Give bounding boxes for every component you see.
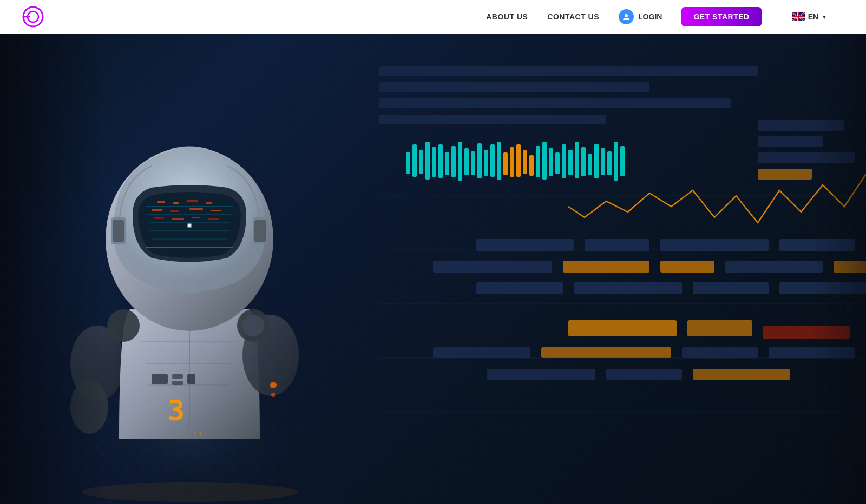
svg-rect-85	[187, 374, 195, 384]
nav-about-us[interactable]: ABOUT US	[486, 12, 528, 21]
right-vignette	[812, 34, 866, 504]
svg-rect-20	[477, 143, 482, 178]
svg-rect-8	[379, 115, 606, 124]
svg-rect-63	[487, 369, 595, 380]
svg-rect-5	[379, 66, 758, 76]
svg-rect-16	[451, 146, 456, 177]
language-selector[interactable]: EN ▼	[792, 12, 827, 21]
svg-rect-40	[607, 151, 612, 175]
svg-rect-38	[594, 144, 599, 178]
svg-rect-11	[419, 150, 423, 174]
svg-text:3: 3	[168, 394, 185, 427]
svg-rect-44	[585, 239, 650, 251]
svg-rect-57	[687, 320, 752, 336]
nav-login[interactable]: LOGIN	[619, 9, 662, 24]
svg-point-92	[270, 382, 277, 388]
svg-rect-110	[189, 208, 203, 210]
svg-rect-35	[575, 142, 579, 178]
svg-rect-22	[490, 144, 495, 177]
svg-rect-25	[510, 147, 514, 177]
svg-point-123	[81, 482, 298, 502]
login-label: LOGIN	[638, 12, 662, 21]
svg-point-117	[188, 224, 191, 227]
logo[interactable]	[22, 5, 44, 28]
left-vignette	[0, 34, 108, 504]
svg-rect-59	[433, 347, 530, 358]
language-dropdown-icon: ▼	[822, 14, 827, 20]
nav-contact-us[interactable]: CONTACT US	[547, 12, 599, 21]
svg-point-90	[242, 315, 264, 336]
nav-links: ABOUT US CONTACT US LOGIN GET STARTED EN	[486, 7, 827, 26]
svg-point-91	[107, 309, 140, 342]
svg-rect-48	[563, 261, 650, 273]
svg-rect-21	[484, 150, 488, 176]
svg-rect-53	[574, 282, 682, 294]
svg-rect-23	[497, 142, 501, 180]
svg-rect-43	[476, 239, 574, 251]
svg-rect-6	[379, 82, 650, 92]
svg-rect-29	[536, 146, 540, 177]
svg-rect-18	[464, 148, 469, 175]
svg-rect-13	[432, 147, 436, 177]
logo-icon	[22, 5, 44, 28]
svg-rect-122	[254, 220, 266, 242]
svg-rect-69	[758, 169, 812, 180]
svg-rect-19	[471, 151, 475, 175]
svg-rect-33	[562, 144, 566, 178]
svg-rect-120	[113, 220, 124, 242]
flag-icon	[792, 12, 805, 21]
svg-rect-45	[660, 239, 769, 251]
svg-rect-9	[406, 152, 410, 174]
svg-rect-12	[425, 142, 430, 180]
svg-rect-39	[601, 148, 605, 175]
svg-rect-27	[523, 150, 527, 174]
hero-section: 3 ''	[0, 34, 866, 504]
svg-rect-47	[433, 261, 552, 273]
svg-point-93	[271, 393, 275, 397]
svg-rect-52	[476, 282, 563, 294]
get-started-button[interactable]: GET STARTED	[681, 7, 761, 26]
svg-rect-84	[172, 381, 183, 385]
svg-rect-10	[412, 144, 417, 177]
svg-rect-50	[725, 261, 823, 273]
svg-rect-112	[154, 217, 164, 219]
svg-rect-108	[152, 209, 162, 211]
svg-rect-54	[693, 282, 769, 294]
svg-rect-105	[173, 202, 179, 204]
svg-rect-14	[438, 144, 443, 178]
svg-text:'': ''	[192, 430, 204, 441]
chart-overlay	[271, 34, 866, 504]
svg-rect-7	[379, 98, 731, 108]
svg-rect-37	[588, 154, 592, 175]
svg-rect-31	[549, 148, 553, 176]
svg-rect-109	[170, 210, 179, 212]
svg-rect-42	[620, 146, 625, 176]
svg-rect-82	[152, 374, 168, 384]
svg-rect-115	[208, 218, 219, 220]
svg-rect-60	[541, 347, 671, 358]
svg-rect-34	[568, 150, 573, 175]
navbar: ABOUT US CONTACT US LOGIN GET STARTED EN	[0, 0, 866, 34]
svg-rect-111	[211, 210, 221, 211]
svg-rect-17	[458, 142, 462, 181]
svg-rect-107	[206, 202, 212, 204]
svg-point-3	[625, 14, 628, 17]
svg-rect-65	[693, 369, 790, 380]
svg-rect-41	[614, 142, 618, 181]
svg-rect-61	[682, 347, 758, 358]
svg-rect-83	[172, 374, 183, 379]
svg-rect-30	[542, 142, 547, 180]
svg-rect-49	[660, 261, 714, 273]
svg-rect-114	[192, 217, 200, 218]
login-icon	[619, 9, 634, 24]
language-code: EN	[808, 12, 818, 21]
svg-rect-32	[555, 152, 560, 174]
svg-rect-106	[187, 200, 198, 202]
svg-rect-28	[529, 155, 534, 176]
svg-rect-113	[172, 218, 184, 220]
svg-rect-15	[445, 152, 449, 175]
svg-rect-104	[157, 201, 165, 203]
svg-rect-26	[516, 144, 521, 177]
svg-rect-56	[568, 320, 677, 336]
svg-rect-64	[606, 369, 682, 380]
